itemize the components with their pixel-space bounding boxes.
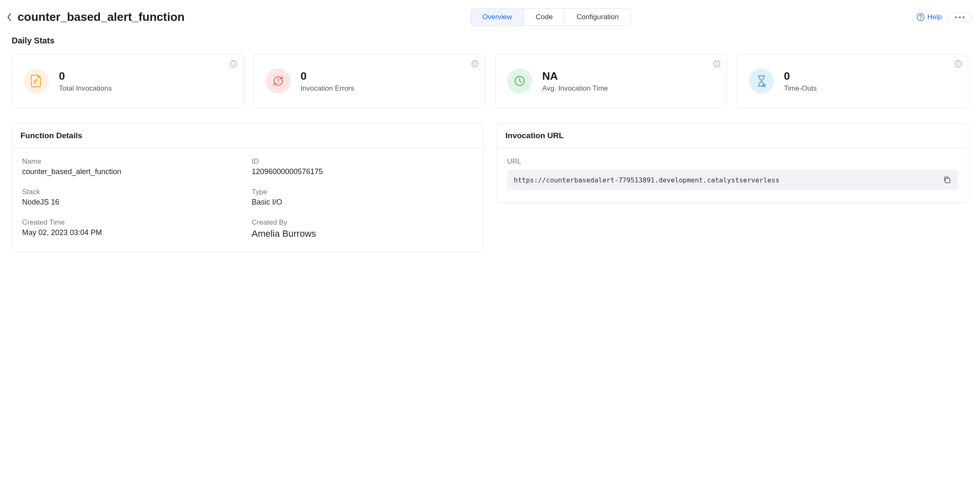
back-button[interactable] [7, 13, 12, 21]
detail-value: counter_based_alert_function [22, 167, 244, 176]
detail-label: Name [22, 157, 244, 166]
stat-value: 0 [59, 70, 112, 83]
daily-stats-heading: Daily Stats [12, 36, 968, 46]
stat-value: 0 [784, 70, 817, 83]
detail-value: May 02, 2023 03:04 PM [22, 228, 244, 237]
stat-card-errors: 0 Invocation Errors [254, 54, 485, 108]
detail-label: ID [252, 157, 473, 166]
tab-configuration[interactable]: Configuration [565, 9, 630, 25]
stat-label: Total Invocations [59, 84, 112, 93]
info-icon[interactable] [230, 60, 237, 68]
info-icon[interactable] [713, 60, 721, 68]
detail-created-by: Created By Amelia Burrows [252, 218, 473, 239]
stat-card-timeouts: 0 Time-Outs [737, 54, 969, 108]
info-icon[interactable] [955, 60, 962, 68]
stat-label: Time-Outs [784, 84, 817, 93]
stat-card-avg-time: NA Avg. Invocation Time [495, 54, 727, 108]
detail-label: Created By [252, 218, 473, 227]
url-label: URL [507, 157, 958, 166]
info-icon[interactable] [471, 60, 479, 68]
help-icon [917, 13, 925, 21]
refresh-alert-icon [266, 68, 291, 94]
help-label: Help [927, 13, 942, 21]
detail-id: ID 12096000000576175 [252, 157, 473, 176]
detail-label: Stack [22, 188, 244, 196]
function-details-heading: Function Details [12, 124, 483, 148]
tab-overview[interactable]: Overview [471, 9, 524, 25]
detail-value: 12096000000576175 [252, 167, 473, 176]
stat-label: Invocation Errors [301, 84, 355, 93]
url-text: https://counterbasedalert-779513891.deve… [514, 176, 779, 184]
svg-rect-4 [233, 63, 234, 66]
svg-point-1 [920, 19, 921, 20]
stat-value: 0 [301, 70, 355, 83]
file-icon [24, 68, 49, 94]
detail-value: Basic I/O [252, 198, 473, 207]
svg-point-11 [716, 62, 717, 63]
detail-label: Type [252, 188, 473, 196]
detail-created-time: Created Time May 02, 2023 03:04 PM [22, 218, 244, 239]
detail-label: Created Time [22, 218, 244, 227]
stat-value: NA [542, 70, 608, 83]
stat-card-invocations: 0 Total Invocations [12, 54, 244, 108]
svg-point-6 [475, 62, 475, 63]
page-title: counter_based_alert_function [18, 10, 185, 24]
stat-label: Avg. Invocation Time [542, 84, 608, 93]
tab-group: Overview Code Configuration [470, 8, 631, 26]
url-box: https://counterbasedalert-779513891.deve… [507, 170, 958, 190]
help-link[interactable]: Help [917, 13, 942, 21]
svg-rect-16 [958, 63, 959, 66]
copy-button[interactable] [943, 176, 951, 184]
svg-point-15 [958, 62, 959, 63]
function-details-panel: Function Details Name counter_based_aler… [12, 123, 483, 252]
clock-icon [507, 68, 532, 94]
detail-name: Name counter_based_alert_function [22, 157, 244, 176]
dot-icon [962, 16, 965, 18]
svg-rect-7 [475, 63, 475, 66]
dot-icon [959, 16, 961, 18]
svg-rect-12 [716, 63, 717, 66]
detail-type: Type Basic I/O [252, 188, 473, 207]
dot-icon [955, 16, 957, 18]
invocation-url-panel: Invocation URL URL https://counterbaseda… [497, 123, 968, 203]
hourglass-icon [749, 68, 774, 94]
detail-value: Amelia Burrows [252, 228, 473, 239]
svg-point-9 [278, 83, 279, 84]
tab-code[interactable]: Code [524, 9, 565, 25]
invocation-url-heading: Invocation URL [497, 124, 968, 148]
svg-point-3 [233, 62, 234, 63]
detail-stack: Stack NodeJS 16 [22, 188, 244, 207]
detail-value: NodeJS 16 [22, 198, 244, 207]
svg-rect-17 [945, 178, 950, 183]
more-button[interactable] [948, 13, 972, 22]
